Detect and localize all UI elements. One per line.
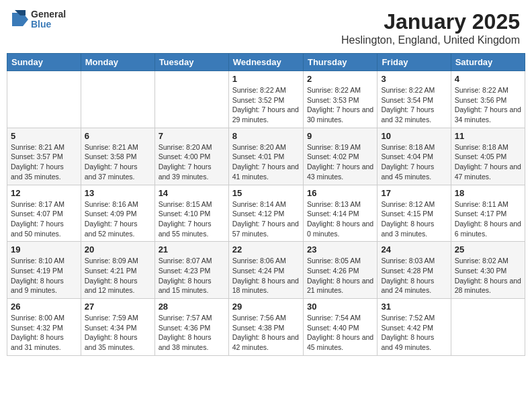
calendar-cell: 24Sunrise: 8:03 AM Sunset: 4:28 PM Dayli… — [378, 242, 451, 299]
day-number: 2 — [307, 74, 373, 84]
day-number: 13 — [85, 188, 151, 198]
day-info: Sunrise: 7:59 AM Sunset: 4:34 PM Dayligh… — [85, 313, 151, 353]
calendar-cell — [81, 71, 154, 128]
calendar-cell — [7, 71, 81, 128]
logo-blue: Blue — [31, 19, 66, 30]
calendar-cell: 29Sunrise: 7:56 AM Sunset: 4:38 PM Dayli… — [228, 299, 303, 356]
calendar-cell: 10Sunrise: 8:18 AM Sunset: 4:04 PM Dayli… — [378, 128, 451, 185]
day-info: Sunrise: 8:11 AM Sunset: 4:17 PM Dayligh… — [455, 199, 521, 239]
weekday-header-sunday: Sunday — [7, 54, 81, 71]
calendar-cell: 23Sunrise: 8:05 AM Sunset: 4:26 PM Dayli… — [303, 242, 377, 299]
calendar-cell: 22Sunrise: 8:06 AM Sunset: 4:24 PM Dayli… — [228, 242, 303, 299]
calendar-table: SundayMondayTuesdayWednesdayThursdayFrid… — [7, 53, 525, 356]
day-info: Sunrise: 8:12 AM Sunset: 4:15 PM Dayligh… — [381, 199, 447, 239]
day-info: Sunrise: 8:13 AM Sunset: 4:14 PM Dayligh… — [307, 199, 373, 239]
day-number: 27 — [85, 302, 151, 312]
calendar-cell: 8Sunrise: 8:20 AM Sunset: 4:01 PM Daylig… — [228, 128, 303, 185]
day-number: 24 — [381, 244, 447, 255]
calendar-cell — [154, 71, 228, 128]
day-info: Sunrise: 7:52 AM Sunset: 4:42 PM Dayligh… — [381, 313, 447, 353]
day-info: Sunrise: 7:56 AM Sunset: 4:38 PM Dayligh… — [232, 313, 300, 353]
calendar-cell: 31Sunrise: 7:52 AM Sunset: 4:42 PM Dayli… — [378, 299, 451, 356]
day-info: Sunrise: 8:05 AM Sunset: 4:26 PM Dayligh… — [307, 256, 373, 295]
day-number: 30 — [307, 302, 373, 312]
calendar-cell: 6Sunrise: 8:21 AM Sunset: 3:58 PM Daylig… — [81, 128, 154, 185]
day-number: 14 — [159, 188, 225, 198]
day-number: 16 — [307, 188, 373, 198]
calendar-week-row: 26Sunrise: 8:00 AM Sunset: 4:32 PM Dayli… — [7, 299, 525, 356]
day-info: Sunrise: 7:54 AM Sunset: 4:40 PM Dayligh… — [307, 313, 373, 353]
calendar-week-row: 5Sunrise: 8:21 AM Sunset: 3:57 PM Daylig… — [7, 128, 525, 185]
day-info: Sunrise: 8:21 AM Sunset: 3:58 PM Dayligh… — [85, 142, 151, 182]
calendar-cell: 13Sunrise: 8:16 AM Sunset: 4:09 PM Dayli… — [81, 185, 154, 242]
calendar-cell: 21Sunrise: 8:07 AM Sunset: 4:23 PM Dayli… — [154, 242, 228, 299]
calendar-cell: 14Sunrise: 8:15 AM Sunset: 4:10 PM Dayli… — [154, 185, 228, 242]
day-info: Sunrise: 8:14 AM Sunset: 4:12 PM Dayligh… — [232, 199, 300, 239]
day-info: Sunrise: 8:17 AM Sunset: 4:07 PM Dayligh… — [11, 199, 77, 239]
calendar-cell: 4Sunrise: 8:22 AM Sunset: 3:56 PM Daylig… — [451, 71, 525, 128]
calendar-cell: 16Sunrise: 8:13 AM Sunset: 4:14 PM Dayli… — [303, 185, 377, 242]
day-number: 18 — [455, 188, 521, 198]
calendar-cell: 15Sunrise: 8:14 AM Sunset: 4:12 PM Dayli… — [228, 185, 303, 242]
title-block: January 2025 Heslington, England, United… — [341, 9, 520, 46]
calendar-cell: 17Sunrise: 8:12 AM Sunset: 4:15 PM Dayli… — [378, 185, 451, 242]
day-number: 22 — [232, 244, 300, 255]
day-number: 31 — [381, 302, 447, 312]
day-number: 17 — [381, 188, 447, 198]
day-info: Sunrise: 8:16 AM Sunset: 4:09 PM Dayligh… — [85, 199, 151, 239]
day-number: 26 — [11, 302, 77, 312]
day-info: Sunrise: 8:22 AM Sunset: 3:53 PM Dayligh… — [307, 85, 373, 125]
location: Heslington, England, United Kingdom — [341, 34, 520, 46]
day-number: 9 — [307, 131, 373, 141]
day-number: 8 — [232, 131, 300, 141]
day-number: 23 — [307, 244, 373, 255]
calendar-cell: 1Sunrise: 8:22 AM Sunset: 3:52 PM Daylig… — [228, 71, 303, 128]
day-number: 19 — [11, 244, 77, 255]
day-number: 4 — [455, 74, 521, 84]
weekday-header-saturday: Saturday — [451, 54, 525, 71]
day-number: 12 — [11, 188, 77, 198]
page-header: General Blue January 2025 Heslington, En… — [7, 7, 525, 49]
weekday-header-wednesday: Wednesday — [228, 54, 303, 71]
calendar-header: SundayMondayTuesdayWednesdayThursdayFrid… — [7, 54, 525, 71]
day-number: 28 — [159, 302, 225, 312]
logo: General Blue — [12, 9, 66, 30]
day-info: Sunrise: 8:03 AM Sunset: 4:28 PM Dayligh… — [381, 256, 447, 295]
day-info: Sunrise: 8:10 AM Sunset: 4:19 PM Dayligh… — [11, 256, 77, 295]
day-info: Sunrise: 8:21 AM Sunset: 3:57 PM Dayligh… — [11, 142, 77, 182]
calendar-cell: 9Sunrise: 8:19 AM Sunset: 4:02 PM Daylig… — [303, 128, 377, 185]
calendar-cell: 27Sunrise: 7:59 AM Sunset: 4:34 PM Dayli… — [81, 299, 154, 356]
day-info: Sunrise: 8:18 AM Sunset: 4:04 PM Dayligh… — [381, 142, 447, 182]
calendar-cell: 25Sunrise: 8:02 AM Sunset: 4:30 PM Dayli… — [451, 242, 525, 299]
day-number: 6 — [85, 131, 151, 141]
calendar-cell: 18Sunrise: 8:11 AM Sunset: 4:17 PM Dayli… — [451, 185, 525, 242]
day-info: Sunrise: 8:20 AM Sunset: 4:01 PM Dayligh… — [232, 142, 300, 182]
day-info: Sunrise: 8:00 AM Sunset: 4:32 PM Dayligh… — [11, 313, 77, 353]
day-number: 25 — [455, 244, 521, 255]
day-info: Sunrise: 8:06 AM Sunset: 4:24 PM Dayligh… — [232, 256, 300, 295]
calendar-week-row: 1Sunrise: 8:22 AM Sunset: 3:52 PM Daylig… — [7, 71, 525, 128]
weekday-header-tuesday: Tuesday — [154, 54, 228, 71]
weekday-header-friday: Friday — [378, 54, 451, 71]
calendar-cell: 12Sunrise: 8:17 AM Sunset: 4:07 PM Dayli… — [7, 185, 81, 242]
calendar-cell: 7Sunrise: 8:20 AM Sunset: 4:00 PM Daylig… — [154, 128, 228, 185]
day-number: 29 — [232, 302, 300, 312]
day-info: Sunrise: 8:22 AM Sunset: 3:52 PM Dayligh… — [232, 85, 300, 125]
day-info: Sunrise: 8:22 AM Sunset: 3:54 PM Dayligh… — [381, 85, 447, 125]
calendar-week-row: 12Sunrise: 8:17 AM Sunset: 4:07 PM Dayli… — [7, 185, 525, 242]
calendar-cell: 20Sunrise: 8:09 AM Sunset: 4:21 PM Dayli… — [81, 242, 154, 299]
day-number: 11 — [455, 131, 521, 141]
day-number: 3 — [381, 74, 447, 84]
calendar-cell: 11Sunrise: 8:18 AM Sunset: 4:05 PM Dayli… — [451, 128, 525, 185]
logo-general: General — [31, 9, 66, 19]
weekday-header-thursday: Thursday — [303, 54, 377, 71]
day-number: 7 — [159, 131, 225, 141]
logo-icon — [12, 10, 28, 29]
calendar-cell: 19Sunrise: 8:10 AM Sunset: 4:19 PM Dayli… — [7, 242, 81, 299]
weekday-header-monday: Monday — [81, 54, 154, 71]
calendar-cell: 28Sunrise: 7:57 AM Sunset: 4:36 PM Dayli… — [154, 299, 228, 356]
calendar-cell — [451, 299, 525, 356]
day-info: Sunrise: 8:15 AM Sunset: 4:10 PM Dayligh… — [159, 199, 225, 239]
calendar-body: 1Sunrise: 8:22 AM Sunset: 3:52 PM Daylig… — [7, 71, 525, 356]
day-info: Sunrise: 8:09 AM Sunset: 4:21 PM Dayligh… — [85, 256, 151, 295]
